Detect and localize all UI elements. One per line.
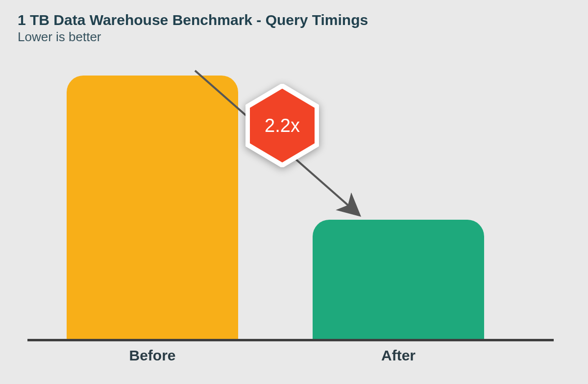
bar-label-after: After (313, 347, 484, 364)
bar-label-before: Before (67, 347, 238, 364)
chart-subtitle: Lower is better (18, 29, 570, 45)
plot-area: 2.2x Before After (27, 73, 554, 341)
bar-after (313, 220, 484, 339)
chart-container: 1 TB Data Warehouse Benchmark - Query Ti… (0, 0, 588, 384)
speedup-value: 2.2x (245, 84, 319, 167)
chart-title: 1 TB Data Warehouse Benchmark - Query Ti… (18, 12, 570, 28)
bar-before (67, 76, 238, 339)
speedup-badge: 2.2x (245, 84, 319, 167)
x-axis-baseline (27, 339, 554, 341)
